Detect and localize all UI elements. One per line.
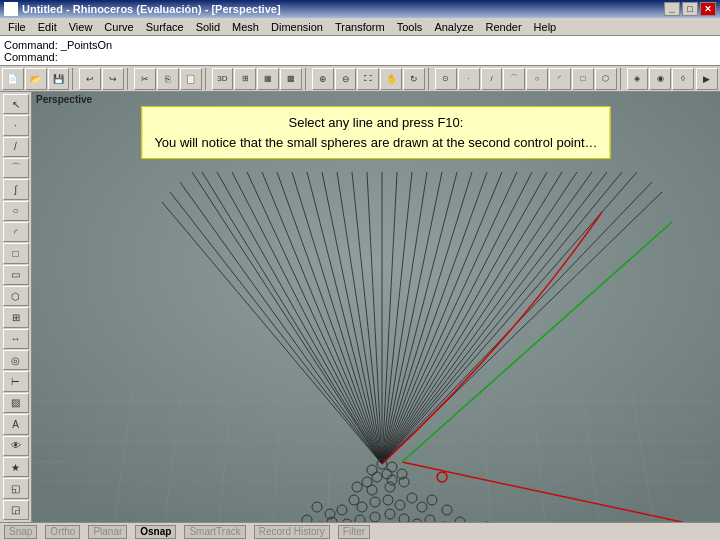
info-box: Select any line and press F10: You will … [141, 106, 610, 159]
toolbar-btn-redo[interactable]: ↪ [102, 68, 124, 90]
toolbar-btn-zoom-out[interactable]: ⊖ [335, 68, 357, 90]
toolbar-btn-rotate[interactable]: ↻ [403, 68, 425, 90]
lt-point[interactable]: · [3, 115, 29, 135]
lt-hatch[interactable]: ▨ [3, 393, 29, 413]
toolbar-btn-line[interactable]: / [481, 68, 503, 90]
toolbar-btn-extra1[interactable]: ◈ [627, 68, 649, 90]
info-line1: Select any line and press F10: [154, 113, 597, 133]
status-filter[interactable]: Filter [338, 525, 370, 539]
title-bar: Untitled - Rhinoceros (Evaluación) - [Pe… [0, 0, 720, 18]
toolbar-btn-cut[interactable]: ✂ [134, 68, 156, 90]
toolbar-btn-wire[interactable]: ▦ [257, 68, 279, 90]
status-smarttrack[interactable]: SmartTrack [184, 525, 245, 539]
toolbar-btn-open[interactable]: 📂 [25, 68, 47, 90]
toolbar-btn-pt[interactable]: · [458, 68, 480, 90]
toolbar-sep4 [305, 68, 309, 90]
command-line2[interactable]: Command: [4, 51, 716, 63]
toolbar-btn-3[interactable]: 3D [212, 68, 234, 90]
viewport-label: Perspective [36, 94, 92, 105]
menu-view[interactable]: View [63, 20, 99, 34]
menu-analyze[interactable]: Analyze [428, 20, 479, 34]
status-bar: Snap Ortho Planar Osnap SmartTrack Recor… [0, 522, 720, 540]
menu-render[interactable]: Render [480, 20, 528, 34]
menu-tools[interactable]: Tools [391, 20, 429, 34]
toolbar-btn-rect[interactable]: □ [572, 68, 594, 90]
lt-arc[interactable]: ◜ [3, 222, 29, 242]
close-btn[interactable]: ✕ [700, 2, 716, 16]
status-ortho[interactable]: Ortho [45, 525, 80, 539]
toolbar: 📄 📂 💾 ↩ ↪ ✂ ⎘ 📋 3D ⊞ ▦ ▩ ⊕ ⊖ ⛶ ✋ ↻ ⊙ · /… [0, 66, 720, 92]
toolbar-sep6 [620, 68, 624, 90]
toolbar-btn-new[interactable]: 📄 [2, 68, 24, 90]
lt-solid[interactable]: ⬡ [3, 286, 29, 306]
lt-curve[interactable]: ∫ [3, 179, 29, 199]
lt-line[interactable]: / [3, 137, 29, 157]
menu-edit[interactable]: Edit [32, 20, 63, 34]
toolbar-btn-curve[interactable]: ⌒ [503, 68, 525, 90]
toolbar-btn-zoom-in[interactable]: ⊕ [312, 68, 334, 90]
menu-dimension[interactable]: Dimension [265, 20, 329, 34]
toolbar-btn-circle[interactable]: ○ [526, 68, 548, 90]
lt-view[interactable]: 👁 [3, 436, 29, 456]
menu-transform[interactable]: Transform [329, 20, 391, 34]
toolbar-btn-pan[interactable]: ✋ [380, 68, 402, 90]
command-area: Command: _PointsOn Command: [0, 36, 720, 66]
lt-select[interactable]: ↖ [3, 94, 29, 114]
toolbar-btn-paste[interactable]: 📋 [180, 68, 202, 90]
lt-mesh[interactable]: ⊞ [3, 307, 29, 327]
lt-dim[interactable]: ⊢ [3, 371, 29, 391]
toolbar-btn-scroll-right[interactable]: ▶ [696, 68, 718, 90]
menu-file[interactable]: File [2, 20, 32, 34]
status-osnap[interactable]: Osnap [135, 525, 176, 539]
toolbar-btn-save[interactable]: 💾 [48, 68, 70, 90]
toolbar-sep2 [127, 68, 131, 90]
lt-transform[interactable]: ↔ [3, 329, 29, 349]
status-planar[interactable]: Planar [88, 525, 127, 539]
menu-bar: File Edit View Curve Surface Solid Mesh … [0, 18, 720, 36]
lt-extra2[interactable]: ◲ [3, 500, 29, 520]
status-snap[interactable]: Snap [4, 525, 37, 539]
toolbar-btn-snap[interactable]: ⊙ [435, 68, 457, 90]
status-history[interactable]: Record History [254, 525, 330, 539]
toolbar-sep3 [205, 68, 209, 90]
lt-surface[interactable]: ▭ [3, 265, 29, 285]
lt-render[interactable]: ★ [3, 457, 29, 477]
lt-polyline[interactable]: ⌒ [3, 158, 29, 178]
maximize-btn[interactable]: □ [682, 2, 698, 16]
toolbar-btn-4[interactable]: ⊞ [234, 68, 256, 90]
lt-circle[interactable]: ○ [3, 201, 29, 221]
lt-analyze[interactable]: ◎ [3, 350, 29, 370]
toolbar-btn-shade[interactable]: ▩ [280, 68, 302, 90]
minimize-btn[interactable]: _ [664, 2, 680, 16]
toolbar-btn-arc[interactable]: ◜ [549, 68, 571, 90]
viewport[interactable]: Y X Perspective Select any line and pres… [32, 92, 720, 522]
toolbar-sep1 [72, 68, 76, 90]
menu-curve[interactable]: Curve [98, 20, 139, 34]
lt-rect[interactable]: □ [3, 243, 29, 263]
lt-extra1[interactable]: ◱ [3, 478, 29, 498]
menu-surface[interactable]: Surface [140, 20, 190, 34]
menu-help[interactable]: Help [528, 20, 563, 34]
lt-text[interactable]: A [3, 414, 29, 434]
toolbar-btn-extra2[interactable]: ◉ [649, 68, 671, 90]
menu-solid[interactable]: Solid [190, 20, 226, 34]
left-toolbar: ↖ · / ⌒ ∫ ○ ◜ □ ▭ ⬡ ⊞ ↔ ◎ ⊢ ▨ A 👁 ★ ◱ ◲ [0, 92, 32, 522]
info-line2: You will notice that the small spheres a… [154, 133, 597, 153]
toolbar-btn-poly[interactable]: ⬡ [595, 68, 617, 90]
toolbar-btn-extra3[interactable]: ◊ [672, 68, 694, 90]
command-line1: Command: _PointsOn [4, 39, 716, 51]
menu-mesh[interactable]: Mesh [226, 20, 265, 34]
toolbar-btn-zoom-ext[interactable]: ⛶ [357, 68, 379, 90]
toolbar-sep5 [428, 68, 432, 90]
window-title: Untitled - Rhinoceros (Evaluación) - [Pe… [22, 3, 281, 15]
toolbar-btn-undo[interactable]: ↩ [79, 68, 101, 90]
main-area: ↖ · / ⌒ ∫ ○ ◜ □ ▭ ⬡ ⊞ ↔ ◎ ⊢ ▨ A 👁 ★ ◱ ◲ [0, 92, 720, 522]
app-icon [4, 2, 18, 16]
toolbar-btn-copy[interactable]: ⎘ [157, 68, 179, 90]
